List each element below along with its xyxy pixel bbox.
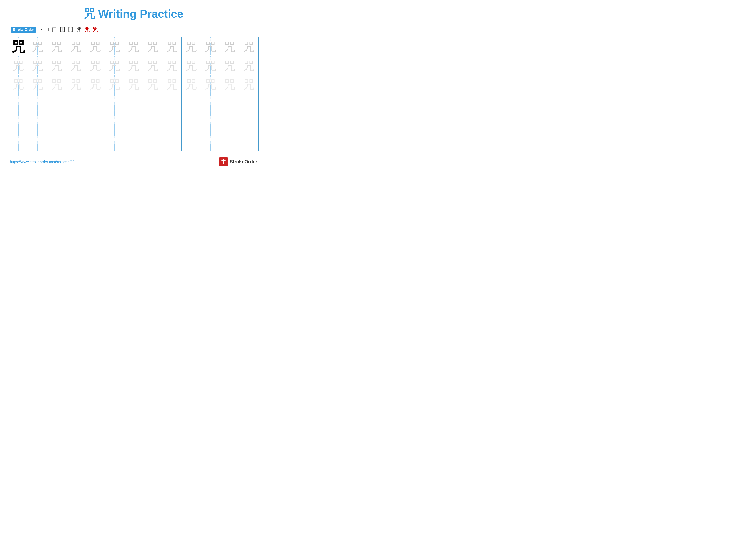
- ghost-cell-light: 咒: [162, 57, 182, 75]
- ghost-cell: 咒: [239, 38, 258, 57]
- stroke-step-8: 咒: [93, 26, 98, 33]
- ghost-cell-faint: 咒: [220, 75, 239, 94]
- ghost-cell-light: 咒: [67, 57, 86, 75]
- ghost-cell-light: 咒: [239, 57, 258, 75]
- footer-url: https://www.strokeorder.com/chinese/咒: [10, 159, 74, 165]
- ghost-cell: 咒: [162, 38, 182, 57]
- ghost-cell-faint: 咒: [105, 75, 124, 94]
- ghost-cell: 咒: [67, 38, 86, 57]
- model-cell: 咒: [9, 38, 28, 57]
- ghost-cell-faint: 咒: [143, 75, 162, 94]
- practice-row-4: [9, 94, 258, 113]
- ghost-cell-light: 咒: [124, 57, 143, 75]
- ghost-cell-light: 咒: [28, 57, 47, 75]
- practice-row-3: 咒 咒 咒 咒 咒 咒 咒 咒 咒 咒 咒 咒 咒: [9, 75, 258, 94]
- practice-row-2: 咒 咒 咒 咒 咒 咒 咒 咒 咒 咒 咒 咒 咒: [9, 57, 258, 75]
- ghost-cell: 咒: [143, 38, 162, 57]
- ghost-cell-faint: 咒: [124, 75, 143, 94]
- stroke-order-row: Stroke Order 丶 𠄌 口 吅 吅 咒 咒 咒: [9, 26, 258, 33]
- ghost-cell-faint: 咒: [67, 75, 86, 94]
- practice-grid: 咒 咒 咒 咒 咒 咒 咒 咒 咒 咒 咒 咒 咒 咒 咒 咒 咒 咒 咒 咒 …: [9, 37, 258, 151]
- ghost-cell: 咒: [86, 38, 105, 57]
- practice-row-5: [9, 113, 258, 132]
- footer-brand: 字 StrokeOrder: [219, 157, 257, 166]
- ghost-cell: 咒: [182, 38, 201, 57]
- practice-row-1: 咒 咒 咒 咒 咒 咒 咒 咒 咒 咒 咒 咒 咒: [9, 38, 258, 57]
- ghost-cell-faint: 咒: [182, 75, 201, 94]
- stroke-step-5: 吅: [68, 26, 73, 33]
- ghost-cell: 咒: [124, 38, 143, 57]
- ghost-cell-faint: 咒: [162, 75, 182, 94]
- brand-icon: 字: [219, 157, 228, 166]
- stroke-step-1: 丶: [39, 26, 44, 33]
- stroke-step-3: 口: [51, 26, 57, 33]
- brand-text: StrokeOrder: [230, 159, 257, 165]
- ghost-cell-faint: 咒: [86, 75, 105, 94]
- ghost-cell-light: 咒: [143, 57, 162, 75]
- ghost-cell: 咒: [47, 38, 67, 57]
- ghost-cell-faint: 咒: [47, 75, 67, 94]
- ghost-cell: 咒: [28, 38, 47, 57]
- footer: https://www.strokeorder.com/chinese/咒 字 …: [9, 157, 258, 166]
- ghost-cell-light: 咒: [47, 57, 67, 75]
- stroke-step-7: 咒: [84, 26, 90, 33]
- ghost-cell-faint: 咒: [28, 75, 47, 94]
- stroke-step-6: 咒: [76, 26, 82, 33]
- stroke-step-2: 𠄌: [47, 27, 49, 33]
- ghost-cell-light: 咒: [9, 57, 28, 75]
- stroke-order-badge: Stroke Order: [11, 27, 36, 33]
- ghost-cell: 咒: [201, 38, 220, 57]
- ghost-cell: 咒: [220, 38, 239, 57]
- ghost-cell-faint: 咒: [239, 75, 258, 94]
- practice-row-6: [9, 132, 258, 151]
- ghost-cell-light: 咒: [105, 57, 124, 75]
- ghost-cell-light: 咒: [220, 57, 239, 75]
- page-title: 咒 Writing Practice: [9, 7, 258, 21]
- ghost-cell-light: 咒: [201, 57, 220, 75]
- stroke-step-4: 吅: [60, 26, 65, 33]
- ghost-cell-light: 咒: [182, 57, 201, 75]
- ghost-cell-light: 咒: [86, 57, 105, 75]
- ghost-cell: 咒: [105, 38, 124, 57]
- ghost-cell-faint: 咒: [201, 75, 220, 94]
- ghost-cell-faint: 咒: [9, 75, 28, 94]
